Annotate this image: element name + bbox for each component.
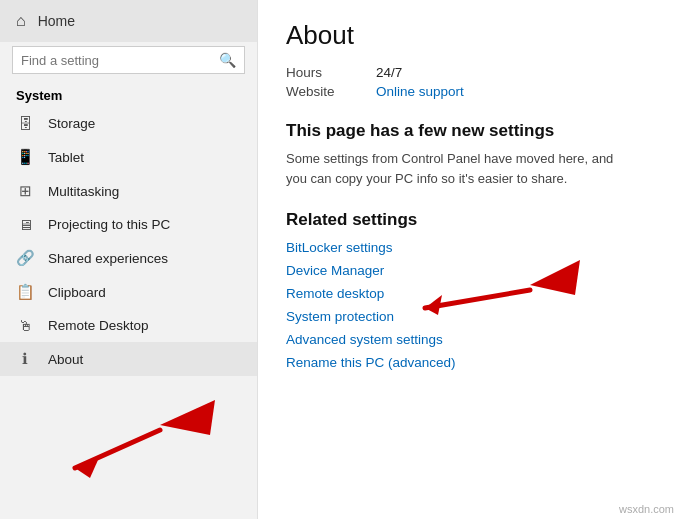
sidebar-items: 🗄Storage📱Tablet⊞Multitasking🖥Projecting … — [0, 107, 257, 376]
projecting-icon: 🖥 — [16, 216, 34, 233]
sidebar-item-storage[interactable]: 🗄Storage — [0, 107, 257, 140]
watermark: wsxdn.com — [619, 503, 674, 515]
related-link-bitlocker[interactable]: BitLocker settings — [286, 240, 652, 255]
about-icon: ℹ — [16, 350, 34, 368]
related-link-device-manager[interactable]: Device Manager — [286, 263, 652, 278]
related-link-system-protection[interactable]: System protection — [286, 309, 652, 324]
about-label: About — [48, 352, 83, 367]
remote-label: Remote Desktop — [48, 318, 149, 333]
hours-label: Hours — [286, 65, 376, 80]
sidebar-item-clipboard[interactable]: 📋Clipboard — [0, 275, 257, 309]
sidebar: ⌂ Home 🔍 System 🗄Storage📱Tablet⊞Multitas… — [0, 0, 258, 519]
storage-icon: 🗄 — [16, 115, 34, 132]
new-settings-desc: Some settings from Control Panel have mo… — [286, 149, 626, 188]
related-link-advanced-system[interactable]: Advanced system settings — [286, 332, 652, 347]
sidebar-item-shared[interactable]: 🔗Shared experiences — [0, 241, 257, 275]
remote-icon: 🖱 — [16, 317, 34, 334]
sidebar-item-tablet[interactable]: 📱Tablet — [0, 140, 257, 174]
new-settings-title: This page has a few new settings — [286, 121, 652, 141]
clipboard-icon: 📋 — [16, 283, 34, 301]
sidebar-item-multitasking[interactable]: ⊞Multitasking — [0, 174, 257, 208]
related-link-rename-pc[interactable]: Rename this PC (advanced) — [286, 355, 652, 370]
multitasking-icon: ⊞ — [16, 182, 34, 200]
hours-value: 24/7 — [376, 65, 652, 80]
page-title: About — [286, 20, 652, 51]
info-table: Hours 24/7 Website Online support — [286, 65, 652, 99]
projecting-label: Projecting to this PC — [48, 217, 170, 232]
system-label: System — [0, 82, 257, 107]
shared-icon: 🔗 — [16, 249, 34, 267]
related-links: BitLocker settingsDevice ManagerRemote d… — [286, 240, 652, 370]
main-content: About Hours 24/7 Website Online support … — [258, 0, 680, 519]
related-settings-title: Related settings — [286, 210, 652, 230]
sidebar-home-button[interactable]: ⌂ Home — [0, 0, 257, 42]
tablet-icon: 📱 — [16, 148, 34, 166]
sidebar-item-about[interactable]: ℹAbout — [0, 342, 257, 376]
home-icon: ⌂ — [16, 12, 26, 30]
search-box[interactable]: 🔍 — [12, 46, 245, 74]
shared-label: Shared experiences — [48, 251, 168, 266]
online-support-link[interactable]: Online support — [376, 84, 652, 99]
related-link-remote-desktop[interactable]: Remote desktop — [286, 286, 652, 301]
home-label: Home — [38, 13, 75, 29]
storage-label: Storage — [48, 116, 95, 131]
sidebar-item-projecting[interactable]: 🖥Projecting to this PC — [0, 208, 257, 241]
search-icon: 🔍 — [219, 52, 236, 68]
tablet-label: Tablet — [48, 150, 84, 165]
search-input[interactable] — [21, 53, 213, 68]
multitasking-label: Multitasking — [48, 184, 119, 199]
clipboard-label: Clipboard — [48, 285, 106, 300]
sidebar-item-remote[interactable]: 🖱Remote Desktop — [0, 309, 257, 342]
website-label: Website — [286, 84, 376, 99]
